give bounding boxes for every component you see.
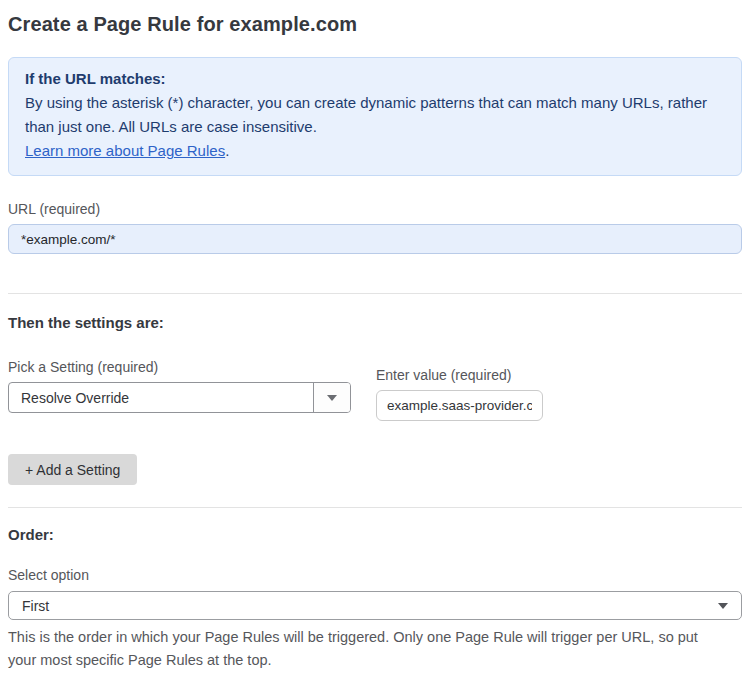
setting-select-value: Resolve Override — [9, 390, 313, 406]
setting-value-input[interactable] — [376, 390, 543, 421]
url-field-label: URL (required) — [8, 201, 742, 217]
chevron-down-icon — [718, 603, 728, 609]
setting-select[interactable]: Resolve Override — [8, 382, 351, 413]
url-input[interactable] — [8, 224, 742, 254]
info-box-body: By using the asterisk (*) character, you… — [25, 91, 725, 139]
divider — [8, 507, 742, 508]
page-rule-form: Create a Page Rule for example.com If th… — [0, 13, 750, 691]
settings-section-heading: Then the settings are: — [8, 314, 742, 331]
info-box-link-line: Learn more about Page Rules. — [25, 139, 725, 163]
setting-select-label: Pick a Setting (required) — [8, 359, 351, 375]
setting-value-label: Enter value (required) — [376, 367, 543, 383]
add-setting-button[interactable]: + Add a Setting — [8, 454, 137, 485]
setting-select-column: Pick a Setting (required) Resolve Overri… — [8, 359, 351, 413]
order-section-heading: Order: — [8, 526, 742, 543]
link-suffix: . — [225, 142, 229, 159]
order-select[interactable]: First — [8, 591, 742, 620]
setting-select-arrow-button[interactable] — [313, 383, 350, 412]
learn-more-link[interactable]: Learn more about Page Rules — [25, 142, 225, 159]
url-match-info-box: If the URL matches: By using the asteris… — [8, 57, 742, 176]
order-help-text: This is the order in which your Page Rul… — [8, 626, 728, 672]
order-select-label: Select option — [8, 567, 742, 583]
page-title: Create a Page Rule for example.com — [8, 13, 742, 36]
setting-row: Pick a Setting (required) Resolve Overri… — [8, 331, 742, 421]
chevron-down-icon — [327, 395, 337, 401]
setting-value-column: Enter value (required) — [376, 367, 543, 421]
info-box-heading: If the URL matches: — [25, 67, 725, 91]
divider — [8, 293, 742, 294]
order-select-value: First — [22, 598, 49, 614]
